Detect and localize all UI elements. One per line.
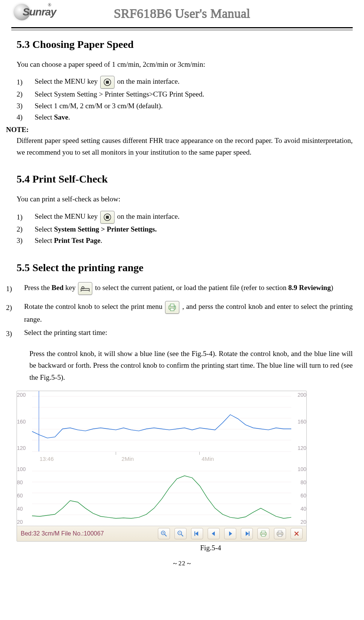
step-5-3-3: 3) Select 1 cm/M, 2 cm/M or 3 cm/M (defa… <box>17 100 353 112</box>
intro-5-3: You can choose a paper speed of 1 cm/min… <box>17 59 353 70</box>
header-rule-thin <box>11 30 353 30</box>
svg-line-22 <box>165 534 167 536</box>
svg-rect-8 <box>170 308 174 311</box>
page-number: ～22～ <box>11 559 353 568</box>
heading-5-3: 5.3 Choosing Paper Speed <box>17 38 353 51</box>
note-label: NOTE: <box>6 126 353 134</box>
fhr-panel: 200 160 120 200 <box>17 391 306 452</box>
zoom-out-icon[interactable] <box>174 528 187 539</box>
fhr-y-axis-right: 200 160 120 <box>291 391 306 452</box>
minute-label-4: 4Min <box>202 456 214 462</box>
doc-title-block: SRF618B6 User's Manual <box>46 6 318 21</box>
toco-chart-area <box>32 465 291 526</box>
minute-label-2: 2Min <box>122 456 134 462</box>
section-5-5: 5.5 Select the printing range <box>17 262 353 274</box>
toco-y-axis-left: 100 80 60 40 20 <box>17 465 32 526</box>
figure-caption: Fig.5-4 <box>17 544 307 552</box>
step-5-5-2: 2) Rotate the control knob to select the… <box>6 301 353 325</box>
svg-rect-7 <box>170 304 174 306</box>
bed-key-icon <box>78 282 92 295</box>
header-rule-thick <box>11 27 353 28</box>
svg-rect-3 <box>106 216 109 219</box>
fhr-y-axis-left: 200 160 120 <box>17 391 32 452</box>
registered-mark: ® <box>48 2 51 8</box>
svg-rect-35 <box>262 531 265 533</box>
fhr-chart-area <box>32 391 291 452</box>
note-text: Different paper speed setting causes dif… <box>17 135 353 158</box>
toco-panel: 100 80 60 40 20 <box>17 465 306 526</box>
heading-5-5: 5.5 Select the printing range <box>17 262 353 274</box>
page-header: Sunray ® SRF618B6 User's Manual <box>11 0 353 26</box>
minute-area: 13:46 2Min 4Min <box>32 452 291 465</box>
print-icon[interactable] <box>274 528 286 539</box>
svg-rect-29 <box>194 531 195 536</box>
left-icon[interactable] <box>208 528 220 539</box>
step-5-3-1: 1) Select the MENU key on the main inter… <box>17 76 353 89</box>
intro-5-4: You can print a self-check as below: <box>17 193 353 204</box>
step-5-5-1: 1) Press the Bed key to select the curre… <box>6 282 353 296</box>
svg-line-26 <box>181 534 183 536</box>
step-5-5-3: 3) Select the printing start time: <box>6 327 353 341</box>
menu-key-icon <box>100 211 115 224</box>
steps-5-3: 1) Select the MENU key on the main inter… <box>17 76 353 123</box>
section-5-4: 5.4 Print Self-Check You can print a sel… <box>17 173 353 246</box>
steps-5-4: 1) Select the MENU key on the main inter… <box>17 211 353 247</box>
svg-rect-1 <box>106 81 109 84</box>
step-5-4-1: 1) Select the MENU key on the main inter… <box>17 211 353 224</box>
step-5-4-3: 3) Select Print Test Page. <box>17 235 353 246</box>
print-range-icon[interactable] <box>257 528 269 539</box>
svg-marker-31 <box>229 531 232 536</box>
svg-rect-36 <box>262 534 265 536</box>
step-5-5-3-cont: Press the control knob, it will show a b… <box>29 348 353 383</box>
svg-rect-33 <box>249 531 249 536</box>
time-label: 13:46 <box>40 456 54 462</box>
right-icon[interactable] <box>224 528 236 539</box>
figure-5-4: 200 160 120 200 <box>17 391 307 542</box>
brand-logo: Sunray ® <box>11 2 46 25</box>
section-5-3: 5.3 Choosing Paper Speed You can choose … <box>17 38 353 123</box>
print-menu-icon <box>165 301 179 314</box>
svg-rect-39 <box>278 534 282 536</box>
svg-point-9 <box>174 306 175 307</box>
steps-5-5: 1) Press the Bed key to select the curre… <box>6 282 353 341</box>
menu-key-icon <box>100 76 115 89</box>
step-5-3-4: 4) Select Save. <box>17 112 353 123</box>
svg-marker-28 <box>195 531 198 536</box>
status-text: Bed:32 3cm/M File No.:100067 <box>21 530 104 537</box>
zoom-in-icon[interactable] <box>158 528 170 539</box>
page: Sunray ® SRF618B6 User's Manual 5.3 Choo… <box>0 0 364 620</box>
heading-5-4: 5.4 Print Self-Check <box>17 173 353 185</box>
close-icon[interactable] <box>291 528 303 539</box>
svg-rect-38 <box>278 531 282 533</box>
left-end-icon[interactable] <box>191 528 203 539</box>
step-5-3-2: 2) Select System Setting > Printer Setti… <box>17 89 353 100</box>
svg-marker-32 <box>246 531 249 536</box>
toco-y-axis-right: 100 80 60 40 20 <box>291 465 306 526</box>
svg-marker-30 <box>212 531 215 536</box>
right-end-icon[interactable] <box>241 528 253 539</box>
figure-status-bar: Bed:32 3cm/M File No.:100067 <box>17 526 306 541</box>
minute-row: 13:46 2Min 4Min <box>17 452 306 465</box>
doc-title: SRF618B6 User's Manual <box>114 6 250 21</box>
step-5-4-2: 2) Select System Setting > Printer Setti… <box>17 224 353 235</box>
brand-mark: Sunray ® <box>11 2 46 25</box>
